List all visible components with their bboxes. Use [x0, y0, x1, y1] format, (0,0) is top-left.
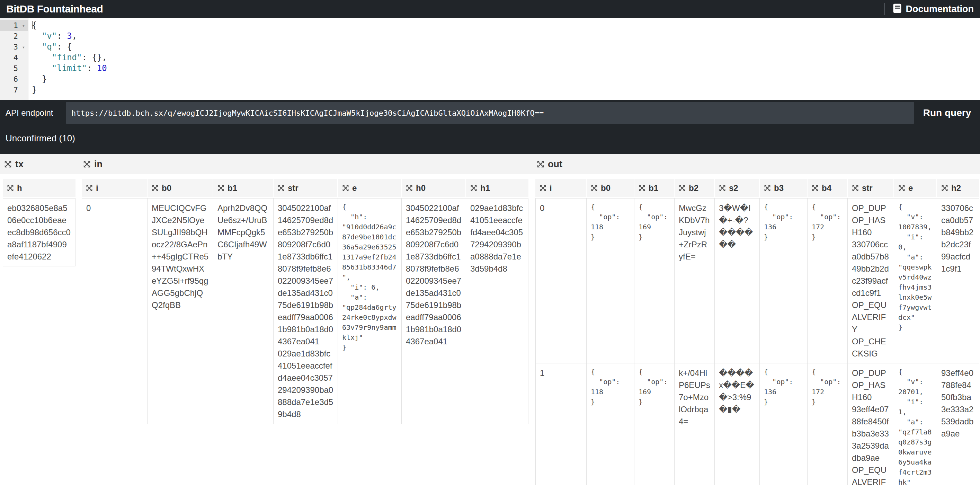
- column-header-in-i[interactable]: i: [82, 179, 148, 198]
- api-endpoint-row: API endpoint Run query: [0, 102, 980, 124]
- api-endpoint-input[interactable]: [66, 102, 914, 124]
- column-label: b3: [774, 183, 784, 193]
- cell-out-b2: MwcGzKDbV7hJuystwj+ZrPzRyfE=: [675, 198, 715, 364]
- column-label: s2: [729, 183, 738, 193]
- cell-in-i: 0: [82, 198, 148, 424]
- code-line: }: [32, 74, 980, 85]
- fold-arrow-icon[interactable]: ▾: [19, 44, 28, 50]
- cell-out-b4: { "op": 172 }: [808, 364, 848, 485]
- cell-out-i: 1: [535, 364, 587, 485]
- cell-out-s2: ����x��E��>3:%9�▮�: [715, 364, 760, 485]
- cell-out-b3: { "op": 136 }: [760, 364, 808, 485]
- gutter-line: 3▾: [0, 41, 28, 52]
- column-header-out-b3[interactable]: b3: [760, 179, 808, 198]
- expand-arrows-icon[interactable]: [470, 185, 477, 191]
- gutter-line: 6: [0, 74, 28, 85]
- expand-arrows-icon[interactable]: [152, 185, 159, 191]
- cell-in-e: { "h": "910d0dd26a9c87de9be1801dc36a5a29…: [338, 198, 402, 424]
- expand-arrows-icon[interactable]: [342, 185, 349, 191]
- column-header-tx-h[interactable]: h: [3, 179, 75, 198]
- expand-arrows-icon[interactable]: [539, 185, 546, 191]
- column-header-out-b0[interactable]: b0: [587, 179, 635, 198]
- column-label: b1: [228, 183, 237, 193]
- documentation-label: Documentation: [905, 4, 974, 14]
- topbar-divider: [885, 3, 885, 15]
- expand-arrows-icon[interactable]: [638, 185, 646, 191]
- column-label: h2: [951, 183, 961, 193]
- expand-arrows-icon[interactable]: [898, 185, 905, 191]
- line-number: 1: [0, 21, 19, 30]
- code-line: "find": {},: [32, 52, 980, 63]
- expand-arrows-icon[interactable]: [4, 160, 12, 168]
- documentation-link[interactable]: Documentation: [893, 3, 974, 14]
- expand-arrows-icon[interactable]: [278, 185, 285, 191]
- table-row: 0MEUCIQCvFGJXCe2N5lOyeSULgJII98bQHocz22/…: [82, 198, 528, 424]
- code-line: "v": 3,: [32, 31, 980, 41]
- results-groups: txheb0326805e8a506e0cc10b6eaeec8db98d656…: [0, 154, 980, 485]
- code-line: "limit": 10: [32, 63, 980, 74]
- column-header-in-b0[interactable]: b0: [148, 179, 213, 198]
- code-line: {: [32, 20, 980, 31]
- cell-out-b0: { "op": 118 }: [587, 364, 635, 485]
- expand-arrows-icon[interactable]: [7, 185, 14, 191]
- column-header-out-str[interactable]: str: [848, 179, 894, 198]
- column-header-out-e[interactable]: e: [894, 179, 937, 198]
- results-table-tx: heb0326805e8a506e0cc10b6eaeec8db98d656cc…: [3, 179, 75, 266]
- column-header-out-h2[interactable]: h2: [937, 179, 979, 198]
- column-label: e: [908, 183, 913, 193]
- cell-in-h0: 3045022100af14625709ed8de653b279250b8092…: [402, 198, 466, 424]
- group-in: inib0b1streh0h10MEUCIQCvFGJXCe2N5lOyeSUL…: [82, 154, 528, 424]
- results-section: txheb0326805e8a506e0cc10b6eaeec8db98d656…: [0, 154, 980, 485]
- fold-arrow-icon[interactable]: ▾: [19, 23, 28, 29]
- expand-arrows-icon[interactable]: [537, 160, 544, 168]
- cell-out-h2: 330706cca0db57b849bb2b2dc23f99acfcd1c9f1: [937, 198, 979, 364]
- column-header-in-str[interactable]: str: [274, 179, 338, 198]
- cell-out-i: 0: [535, 198, 587, 364]
- query-editor[interactable]: 1▾23▾4567 { "v": 3, "q": { "find": {}, "…: [0, 18, 980, 100]
- cell-out-str: OP_DUP OP_HASH160 93eff4e0788fe8450fb3ba…: [848, 364, 894, 485]
- line-number: 5: [0, 64, 19, 73]
- editor-code[interactable]: { "v": 3, "q": { "find": {}, "limit": 10…: [29, 18, 980, 100]
- expand-arrows-icon[interactable]: [86, 185, 93, 191]
- column-header-out-b2[interactable]: b2: [675, 179, 715, 198]
- expand-arrows-icon[interactable]: [218, 185, 224, 191]
- expand-arrows-icon[interactable]: [679, 185, 686, 191]
- line-number: 3: [0, 43, 19, 51]
- cell-out-b2: k+/04HiP6EUPs7o+MzolOdrbqa4=: [675, 364, 715, 485]
- column-label: b0: [601, 183, 611, 193]
- column-header-out-b4[interactable]: b4: [808, 179, 848, 198]
- book-icon: [893, 3, 902, 14]
- cell-in-h1: 029ae1d83bfc41051eeaccfefd4aee04c3057294…: [466, 198, 528, 424]
- cell-out-str: OP_DUP OP_HASH160 330706cca0db57b849bb2b…: [848, 198, 894, 364]
- column-header-in-h0[interactable]: h0: [402, 179, 466, 198]
- group-tx: txheb0326805e8a506e0cc10b6eaeec8db98d656…: [3, 154, 75, 266]
- line-number: 6: [0, 75, 19, 83]
- table-row: eb0326805e8a506e0cc10b6eaeec8db98d656cc0…: [3, 198, 75, 266]
- expand-arrows-icon[interactable]: [852, 185, 859, 191]
- column-header-in-b1[interactable]: b1: [213, 179, 274, 198]
- cell-out-b1: { "op": 169 }: [635, 198, 675, 364]
- column-label: i: [96, 183, 99, 193]
- run-query-button[interactable]: Run query: [914, 107, 980, 118]
- column-header-in-h1[interactable]: h1: [466, 179, 528, 198]
- expand-arrows-icon[interactable]: [83, 160, 91, 168]
- group-label-in: in: [82, 154, 528, 174]
- code-line: "q": {: [32, 41, 980, 52]
- expand-arrows-icon[interactable]: [591, 185, 598, 191]
- cell-out-b1: { "op": 169 }: [635, 364, 675, 485]
- group-label-out: out: [535, 154, 979, 174]
- expand-arrows-icon[interactable]: [719, 185, 726, 191]
- column-label: b2: [689, 183, 698, 193]
- cell-out-b3: { "op": 136 }: [760, 198, 808, 364]
- expand-arrows-icon[interactable]: [406, 185, 413, 191]
- expand-arrows-icon[interactable]: [941, 185, 948, 191]
- column-header-out-s2[interactable]: s2: [715, 179, 760, 198]
- group-label-tx: tx: [3, 154, 75, 174]
- expand-arrows-icon[interactable]: [764, 185, 771, 191]
- editor-gutter: 1▾23▾4567: [0, 18, 29, 100]
- column-header-out-b1[interactable]: b1: [635, 179, 675, 198]
- column-header-in-e[interactable]: e: [338, 179, 402, 198]
- column-label: b1: [649, 183, 658, 193]
- column-header-out-i[interactable]: i: [535, 179, 587, 198]
- expand-arrows-icon[interactable]: [812, 185, 819, 191]
